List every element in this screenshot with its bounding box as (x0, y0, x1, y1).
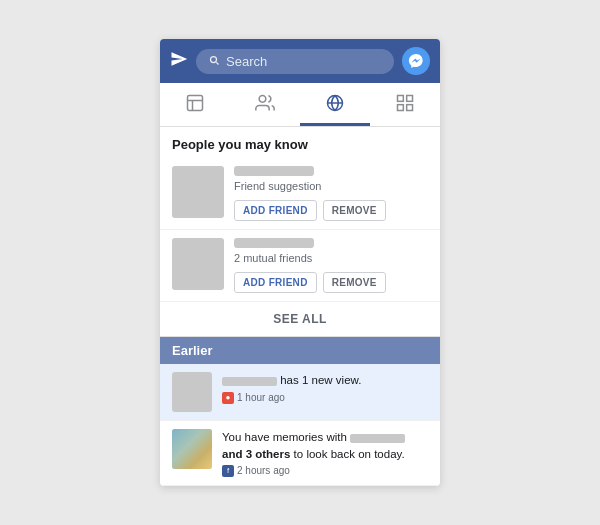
remove-button-2[interactable]: REMOVE (323, 272, 386, 293)
search-bar[interactable]: Search (196, 49, 394, 74)
notif-item-2[interactable]: You have memories with and 3 others to l… (160, 421, 440, 485)
add-friend-button-2[interactable]: ADD FRIEND (234, 272, 317, 293)
svg-point-3 (259, 96, 266, 103)
friend-card-1: Friend suggestion ADD FRIEND REMOVE (160, 158, 440, 230)
header: Search (160, 39, 440, 83)
friend-sub-2: 2 mutual friends (234, 252, 428, 264)
earlier-section: Earlier has 1 new view. ● 1 hour ago (160, 337, 440, 485)
notif-time-icon-2: f (222, 465, 234, 477)
notif-avatar-1 (172, 372, 212, 412)
people-section: People you may know Friend suggestion AD… (160, 127, 440, 337)
messenger-button[interactable] (402, 47, 430, 75)
svg-rect-8 (398, 105, 404, 111)
tab-friends[interactable] (230, 83, 300, 126)
svg-rect-7 (407, 96, 413, 102)
notif-thumb-image-2 (172, 429, 212, 469)
notif-name-1 (222, 377, 277, 386)
notif-time-1: ● 1 hour ago (222, 392, 428, 404)
add-friend-button-1[interactable]: ADD FRIEND (234, 200, 317, 221)
notif-item-1[interactable]: has 1 new view. ● 1 hour ago (160, 364, 440, 421)
send-icon[interactable] (170, 50, 188, 72)
nav-tabs (160, 83, 440, 127)
friend-info-1: Friend suggestion ADD FRIEND REMOVE (234, 166, 428, 221)
notif-time-text-1: 1 hour ago (237, 392, 285, 403)
friend-sub-1: Friend suggestion (234, 180, 428, 192)
notif-time-text-2: 2 hours ago (237, 465, 290, 476)
notif-thumb-2 (172, 429, 212, 469)
notif-time-2: f 2 hours ago (222, 465, 428, 477)
notif-content-2: You have memories with and 3 others to l… (222, 429, 428, 476)
friend-card-2: 2 mutual friends ADD FRIEND REMOVE (160, 230, 440, 302)
friend-info-2: 2 mutual friends ADD FRIEND REMOVE (234, 238, 428, 293)
svg-rect-6 (398, 96, 404, 102)
friend-actions-1: ADD FRIEND REMOVE (234, 200, 428, 221)
notif-prefix-2: You have memories with (222, 431, 350, 443)
notif-suffix-2: to look back on today. (294, 448, 405, 460)
friend-avatar-1 (172, 166, 224, 218)
remove-button-1[interactable]: REMOVE (323, 200, 386, 221)
notif-text-1: has 1 new view. (222, 372, 428, 388)
tab-menu[interactable] (370, 83, 440, 126)
svg-rect-0 (188, 96, 203, 111)
earlier-section-title: Earlier (160, 337, 440, 364)
notif-bold-2: and 3 others (222, 448, 290, 460)
tab-feed[interactable] (160, 83, 230, 126)
svg-rect-9 (407, 105, 413, 111)
search-icon (208, 54, 220, 69)
notif-time-icon-1: ● (222, 392, 234, 404)
friend-actions-2: ADD FRIEND REMOVE (234, 272, 428, 293)
friend-name-bar-2 (234, 238, 314, 248)
notif-name-2 (350, 434, 405, 443)
search-placeholder: Search (226, 54, 267, 69)
people-section-title: People you may know (160, 127, 440, 158)
friend-avatar-2 (172, 238, 224, 290)
phone-frame: Search (160, 39, 440, 485)
notif-body-1: has 1 new view. (280, 374, 361, 386)
see-all-button[interactable]: SEE ALL (160, 302, 440, 337)
notif-text-2: You have memories with and 3 others to l… (222, 429, 428, 461)
tab-globe[interactable] (300, 83, 370, 126)
friend-name-bar-1 (234, 166, 314, 176)
notif-content-1: has 1 new view. ● 1 hour ago (222, 372, 428, 403)
